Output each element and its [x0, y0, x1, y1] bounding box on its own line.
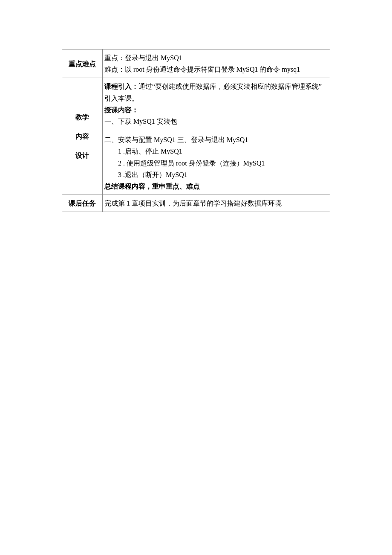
- lesson-plan-table: 重点难点 重点：登录与退出 MySQ1 难点：以 root 身份通过命令提示符窗…: [62, 49, 330, 212]
- row1-label: 重点难点: [62, 49, 103, 78]
- row2-label-3: 设计: [75, 150, 89, 161]
- row2-label-2: 内容: [75, 131, 89, 142]
- item-3: 3 .退出（断开）MySQ1: [104, 169, 328, 180]
- row2-label-1: 教学: [75, 111, 89, 123]
- teach-label: 授课内容：: [104, 104, 328, 116]
- row3-content: 完成第 1 章项目实训，为后面章节的学习搭建好数据库环境: [103, 195, 330, 212]
- spacer: [104, 127, 328, 134]
- table-row: 课后任务 完成第 1 章项目实训，为后面章节的学习搭建好数据库环境: [62, 195, 330, 212]
- row2-label: 教学 内容 设计: [62, 78, 103, 195]
- row1-content: 重点：登录与退出 MySQ1 难点：以 root 身份通过命令提示符窗口登录 M…: [103, 49, 330, 78]
- row2-content: 课程引入：通过“要创建或使用数据库，必须安装相应的数据库管理系统”引入本课。 授…: [103, 78, 330, 195]
- item-2: 2 . 使用超级管理员 root 身份登录（连接）MySQ1: [104, 157, 328, 169]
- item-1: 1 .启动、停止 MySQ1: [104, 145, 328, 157]
- section-2: 二、安装与配置 MySQ1 三、登录与退出 MySQ1: [104, 134, 328, 145]
- table-row: 教学 内容 设计 课程引入：通过“要创建或使用数据库，必须安装相应的数据库管理系…: [62, 78, 330, 195]
- intro-line: 课程引入：通过“要创建或使用数据库，必须安装相应的数据库管理系统”引入本课。: [104, 81, 328, 104]
- row1-line1: 重点：登录与退出 MySQ1: [104, 52, 328, 64]
- row2-label-stack: 教学 内容 设计: [64, 111, 101, 162]
- row3-label: 课后任务: [62, 195, 103, 212]
- intro-label: 课程引入：: [104, 83, 138, 90]
- section-1: 一、下载 MySQ1 安装包: [104, 116, 328, 127]
- table-row: 重点难点 重点：登录与退出 MySQ1 难点：以 root 身份通过命令提示符窗…: [62, 49, 330, 78]
- row1-line2: 难点：以 root 身份通过命令提示符窗口登录 MySQ1 的命令 mysq1: [104, 64, 328, 75]
- summary: 总结课程内容，重申重点、难点: [104, 180, 328, 192]
